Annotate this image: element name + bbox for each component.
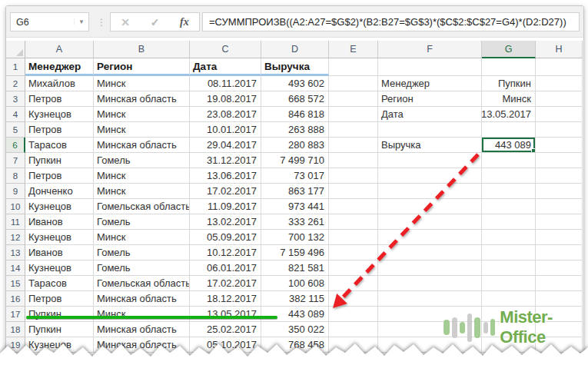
- cell-A11[interactable]: Иванов: [25, 214, 94, 230]
- row-header-19[interactable]: 19: [6, 337, 25, 353]
- row-header-9[interactable]: 9: [6, 184, 25, 199]
- cell-E5[interactable]: [329, 122, 378, 138]
- cell-D3[interactable]: 668 572: [261, 91, 329, 107]
- cell-C12[interactable]: 05.09.2017: [190, 230, 261, 245]
- cell-F2[interactable]: Менеджер: [378, 76, 482, 91]
- cell-A16[interactable]: Петров: [25, 291, 94, 307]
- formula-text[interactable]: =СУММПРОИЗВ((A2:A27=$G$2)*(B2:B27=$G$3)*…: [203, 16, 566, 28]
- cell-C19[interactable]: 05.10.2017: [190, 337, 261, 353]
- cell-B18[interactable]: Минская область: [94, 322, 190, 337]
- cell-C2[interactable]: 08.11.2017: [190, 76, 261, 91]
- cell-G14[interactable]: [482, 260, 536, 276]
- cell-H7[interactable]: [536, 153, 583, 168]
- cell-F14[interactable]: [378, 260, 482, 276]
- cell-B17[interactable]: Минск: [94, 307, 190, 322]
- cell-H2[interactable]: [536, 76, 583, 91]
- cell-C14[interactable]: 06.01.2017: [190, 260, 261, 276]
- cell-A9[interactable]: Донченко: [25, 184, 94, 199]
- cell-H1[interactable]: [536, 58, 583, 76]
- cell-A2[interactable]: Михайлов: [25, 76, 94, 91]
- column-header-E[interactable]: E: [329, 41, 378, 58]
- cell-B10[interactable]: Гомельская область: [94, 199, 190, 214]
- cell-H10[interactable]: [536, 199, 583, 214]
- cell-H11[interactable]: [536, 214, 583, 230]
- cell-B4[interactable]: Минск: [94, 107, 190, 122]
- cell-F10[interactable]: [378, 199, 482, 214]
- cell-C9[interactable]: 17.02.2017: [190, 184, 261, 199]
- row-header-11[interactable]: 11: [6, 214, 25, 230]
- row-header-12[interactable]: 12: [6, 230, 25, 245]
- cancel-icon[interactable]: ✕: [121, 16, 130, 28]
- cell-B14[interactable]: Гомель: [94, 260, 190, 276]
- cell-E14[interactable]: [329, 260, 378, 276]
- column-header-H[interactable]: H: [536, 41, 583, 58]
- cell-B5[interactable]: Минск: [94, 122, 190, 138]
- cell-D1[interactable]: Выручка: [261, 58, 329, 76]
- cell-H15[interactable]: [536, 276, 583, 291]
- cell-F8[interactable]: [378, 168, 482, 184]
- cell-E2[interactable]: [329, 76, 378, 91]
- column-header-B[interactable]: B: [94, 41, 190, 58]
- formula-bar[interactable]: =СУММПРОИЗВ((A2:A27=$G$2)*(B2:B27=$G$3)*…: [202, 12, 580, 32]
- cell-F3[interactable]: Регион: [378, 91, 482, 107]
- cell-C5[interactable]: 10.01.2017: [190, 122, 261, 138]
- cell-D2[interactable]: 493 602: [261, 76, 329, 91]
- row-header-2[interactable]: 2: [6, 76, 25, 91]
- cell-D9[interactable]: 863 177: [261, 184, 329, 199]
- row-header-1[interactable]: 1: [6, 58, 25, 76]
- cell-B3[interactable]: Минская область: [94, 91, 190, 107]
- cell-B7[interactable]: Гомель: [94, 153, 190, 168]
- cell-C16[interactable]: 18.12.2017: [190, 291, 261, 307]
- insert-function-icon[interactable]: fx: [180, 16, 189, 28]
- cell-D19[interactable]: 768 458: [261, 337, 329, 353]
- cell-G3[interactable]: Минск: [482, 91, 536, 107]
- cell-C4[interactable]: 23.08.2017: [190, 107, 261, 122]
- cell-E8[interactable]: [329, 168, 378, 184]
- cell-C3[interactable]: 19.08.2017: [190, 91, 261, 107]
- cell-B12[interactable]: Минск: [94, 230, 190, 245]
- row-header-4[interactable]: 4: [6, 107, 25, 122]
- cell-G1[interactable]: [482, 58, 536, 76]
- cell-G13[interactable]: [482, 245, 536, 260]
- row-header-18[interactable]: 18: [6, 322, 25, 337]
- cell-F11[interactable]: [378, 214, 482, 230]
- cell-A17[interactable]: Пупкин: [25, 307, 94, 322]
- cell-D16[interactable]: 382 115: [261, 291, 329, 307]
- cell-D12[interactable]: 700 132: [261, 230, 329, 245]
- cell-D6[interactable]: 280 883: [261, 138, 329, 153]
- row-header-5[interactable]: 5: [6, 122, 25, 138]
- row-header-15[interactable]: 15: [6, 276, 25, 291]
- cell-G5[interactable]: [482, 122, 536, 138]
- cell-E15[interactable]: [329, 276, 378, 291]
- cell-A5[interactable]: Петров: [25, 122, 94, 138]
- cell-D14[interactable]: 821 581: [261, 260, 329, 276]
- column-header-D[interactable]: D: [261, 41, 329, 58]
- cell-F4[interactable]: Дата: [378, 107, 482, 122]
- cell-A3[interactable]: Петров: [25, 91, 94, 107]
- cell-F13[interactable]: [378, 245, 482, 260]
- cell-G9[interactable]: [482, 184, 536, 199]
- cell-G10[interactable]: [482, 199, 536, 214]
- cell-F6[interactable]: Выручка: [378, 138, 482, 153]
- cell-F12[interactable]: [378, 230, 482, 245]
- cell-A7[interactable]: Пупкин: [25, 153, 94, 168]
- cell-E1[interactable]: [329, 58, 378, 76]
- cell-G11[interactable]: [482, 214, 536, 230]
- cell-E10[interactable]: [329, 199, 378, 214]
- cell-A10[interactable]: Кузнецов: [25, 199, 94, 214]
- cell-D7[interactable]: 7 499 710: [261, 153, 329, 168]
- cell-B2[interactable]: Минск: [94, 76, 190, 91]
- column-header-G[interactable]: G: [482, 41, 536, 58]
- cell-G8[interactable]: [482, 168, 536, 184]
- cell-B13[interactable]: Гомель: [94, 245, 190, 260]
- cell-A6[interactable]: Тарасов: [25, 138, 94, 153]
- cell-B8[interactable]: Минск: [94, 168, 190, 184]
- cell-H16[interactable]: [536, 291, 583, 307]
- cell-A12[interactable]: Кузнецов: [25, 230, 94, 245]
- cell-H5[interactable]: [536, 122, 583, 138]
- cell-G2[interactable]: Пупкин: [482, 76, 536, 91]
- cell-C13[interactable]: 10.12.2017: [190, 245, 261, 260]
- cell-B15[interactable]: Гомельская область: [94, 276, 190, 291]
- cell-E9[interactable]: [329, 184, 378, 199]
- cell-G12[interactable]: [482, 230, 536, 245]
